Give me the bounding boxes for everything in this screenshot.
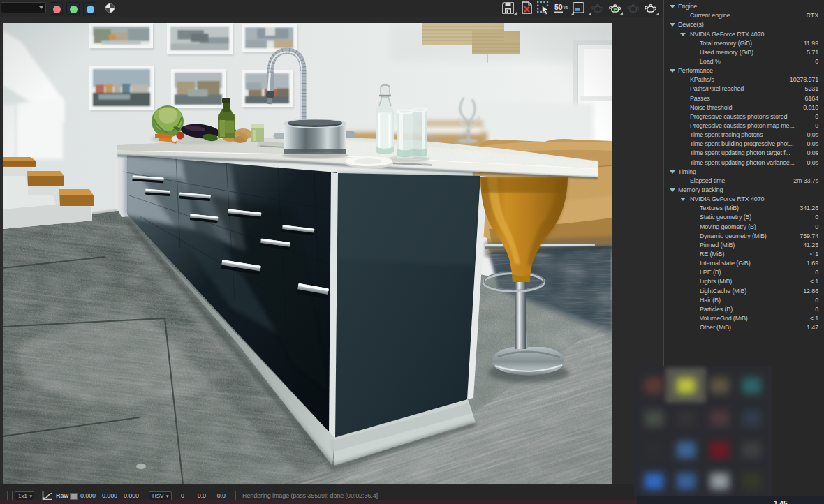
svg-text:%: % [564, 4, 568, 10]
svg-text:50: 50 [554, 3, 563, 11]
